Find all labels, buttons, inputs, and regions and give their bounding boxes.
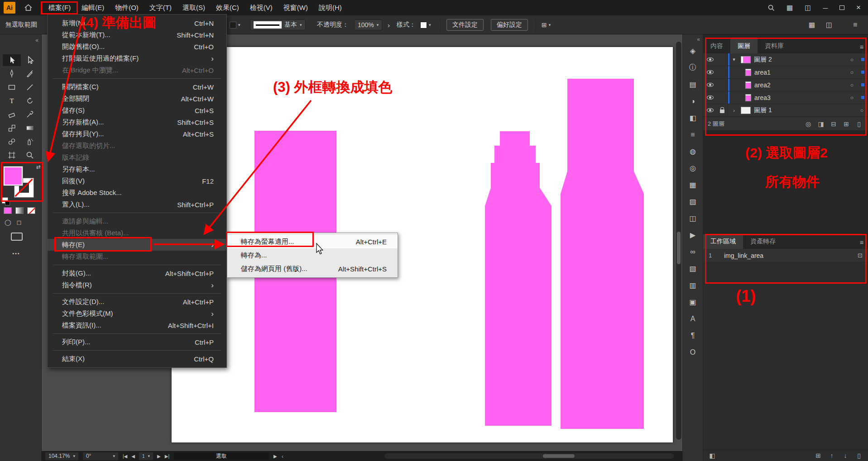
menu-edit[interactable]: 編輯(E) <box>76 0 110 15</box>
color-panel-icon[interactable]: ◑ <box>683 93 703 109</box>
menu-item[interactable]: 列印(P)...Ctrl+P <box>48 336 226 348</box>
stroke-color-dropdown[interactable]: ▾ <box>230 15 240 34</box>
menu-item[interactable]: 另存範本... <box>48 163 226 175</box>
align-dropdown[interactable]: ⊞ ▾ <box>542 15 551 34</box>
collapse-chevron-icon[interactable]: ▾ <box>730 57 738 62</box>
menu-item[interactable]: 結束(X)Ctrl+Q <box>48 353 226 365</box>
menu-item[interactable]: 指令檔(R)› <box>48 279 226 291</box>
eyedropper-tool[interactable] <box>21 109 39 120</box>
expand-panels-icon[interactable]: « <box>697 36 700 43</box>
menu-window[interactable]: 視窗(W) <box>278 0 313 15</box>
menu-help[interactable]: 說明(H) <box>313 0 347 15</box>
maximize-window-icon[interactable] <box>839 5 844 10</box>
menu-item[interactable]: 版本記錄 <box>48 152 226 163</box>
scale-tool[interactable] <box>3 122 21 134</box>
brushes-panel-icon[interactable]: ▨ <box>683 193 703 210</box>
paintbrush-tool[interactable] <box>21 68 39 80</box>
menu-effect[interactable]: 效果(C) <box>211 0 245 15</box>
info-panel-icon[interactable]: ⓘ <box>683 59 703 76</box>
brush-definition-dropdown[interactable]: 基本 ▾ <box>250 15 306 34</box>
status-chevron-icon[interactable]: ‹ <box>282 453 283 460</box>
swatches-panel-icon[interactable]: ▦ <box>683 176 703 193</box>
object-thumbnail[interactable] <box>745 81 751 89</box>
gradient-panel-icon[interactable]: ◧ <box>683 109 703 126</box>
artboards-panel-icon[interactable]: ▣ <box>683 294 703 310</box>
layer-row-layer2[interactable]: ▾ 圖層 2 ○ <box>703 53 868 66</box>
direct-selection-tool[interactable] <box>21 54 39 66</box>
transparency-panel-icon[interactable]: ◍ <box>683 143 703 160</box>
visibility-eye-icon[interactable] <box>703 108 717 112</box>
opacity-dropdown[interactable]: 100%▾ <box>354 15 382 34</box>
target-circle-icon[interactable]: ○ <box>860 107 863 114</box>
menu-item[interactable]: 儲存拷貝(Y)...Alt+Ctrl+S <box>48 128 226 140</box>
layer-row-area1[interactable]: area1 ○ <box>703 66 868 79</box>
menu-item[interactable]: 在 Bridge 中瀏覽...Alt+Ctrl+O <box>48 64 226 76</box>
color-button[interactable] <box>4 207 12 214</box>
next-artboard-icon[interactable]: ▶ <box>157 454 161 459</box>
tab-libraries[interactable]: 資料庫 <box>758 39 791 53</box>
menu-item[interactable]: 儲存為網頁用 (舊版)...Alt+Shift+Ctrl+S <box>227 262 398 276</box>
previous-artboard-icon[interactable]: ◀ <box>131 454 135 459</box>
none-button[interactable] <box>27 207 35 214</box>
menu-item[interactable]: 搜尋 Adobe Stock... <box>48 187 226 199</box>
workspace-switcher-icon[interactable]: ▦ <box>786 4 793 12</box>
zoom-tool[interactable] <box>21 149 39 161</box>
menu-item[interactable]: 封裝(G)...Alt+Shift+Ctrl+P <box>48 267 226 279</box>
horizontal-scrollbar[interactable] <box>384 453 674 459</box>
layer-name[interactable]: area1 <box>754 69 771 76</box>
artboard-symbol-icon[interactable]: ⊡ <box>858 252 863 259</box>
blend-tool[interactable] <box>3 136 21 147</box>
opacity-more-icon[interactable]: › <box>388 15 390 34</box>
move-down-icon[interactable]: ↓ <box>841 452 850 459</box>
links-panel-icon[interactable]: ∞ <box>683 243 703 260</box>
eraser-tool[interactable] <box>3 109 21 120</box>
gradient-button[interactable] <box>15 207 24 214</box>
visibility-eye-icon[interactable] <box>703 70 717 74</box>
layer-name[interactable]: area3 <box>754 94 771 101</box>
artboard-number-dropdown[interactable]: 1▾ <box>139 452 153 460</box>
object-thumbnail[interactable] <box>745 69 751 76</box>
asset-export-panel-icon[interactable]: ▧ <box>683 260 703 277</box>
menu-item[interactable]: 儲存(S)Ctrl+S <box>48 105 226 116</box>
rotate-tool[interactable] <box>21 95 39 107</box>
object-thumbnail[interactable] <box>745 94 751 101</box>
fill-swatch[interactable] <box>4 166 23 185</box>
arrange-documents-icon[interactable]: ◫ <box>805 4 811 12</box>
rectangle-tool[interactable] <box>3 81 21 93</box>
properties-panel-icon[interactable]: ◈ <box>683 43 703 59</box>
menu-type[interactable]: 文字(T) <box>144 0 177 15</box>
menu-item[interactable]: 另存新檔(A)...Shift+Ctrl+S <box>48 116 226 128</box>
menu-item[interactable]: 文件色彩模式(M)› <box>48 308 226 319</box>
symbols-panel-icon[interactable]: ◫ <box>683 210 703 227</box>
vertical-scrollbar[interactable] <box>676 42 681 440</box>
panel-menu-icon[interactable]: ≡ <box>860 43 863 53</box>
target-circle-icon[interactable]: ○ <box>850 69 854 76</box>
stroke-panel-icon[interactable]: ≡ <box>683 126 703 143</box>
line-segment-tool[interactable] <box>21 81 39 93</box>
tab-artboards[interactable]: 工作區域 <box>703 234 743 249</box>
menu-item[interactable]: 轉存(E)› <box>48 239 226 251</box>
zoom-dropdown[interactable]: 104.17%▾ <box>45 452 78 460</box>
menu-item[interactable]: 關閉檔案(C)Ctrl+W <box>48 81 226 93</box>
character-panel-icon[interactable]: A <box>683 310 703 327</box>
rotation-dropdown[interactable]: 0°▾ <box>83 452 118 460</box>
layer-row-layer1[interactable]: › 圖層 1 ○ <box>703 104 868 117</box>
menu-select[interactable]: 選取(S) <box>177 0 211 15</box>
artboard-row[interactable]: 1 img_link_area ⊡ <box>703 249 868 262</box>
new-layer-icon[interactable]: ⊞ <box>842 120 851 128</box>
menu-view[interactable]: 檢視(V) <box>245 0 278 15</box>
layer-name[interactable]: 圖層 2 <box>754 56 772 64</box>
swap-fill-stroke-icon[interactable]: ⇄ <box>36 164 41 170</box>
new-sublayer-icon[interactable]: ⊟ <box>829 120 838 128</box>
menu-item[interactable]: 共用以供審核 (Beta)... <box>48 227 226 239</box>
first-artboard-icon[interactable]: |◀ <box>123 454 127 459</box>
move-up-icon[interactable]: ↑ <box>827 452 836 459</box>
layer-row-area2[interactable]: area2 ○ <box>703 79 868 91</box>
layer-thumbnail[interactable] <box>741 56 751 63</box>
home-icon[interactable] <box>24 4 32 11</box>
make-clipping-mask-icon[interactable]: ◨ <box>816 120 825 128</box>
pen-tool[interactable] <box>3 68 21 80</box>
menu-file[interactable]: 檔案(F) <box>43 0 76 15</box>
delete-artboard-icon[interactable]: ▯ <box>854 452 863 459</box>
menu-item[interactable]: 轉存為螢幕適用...Alt+Ctrl+E <box>227 235 398 248</box>
